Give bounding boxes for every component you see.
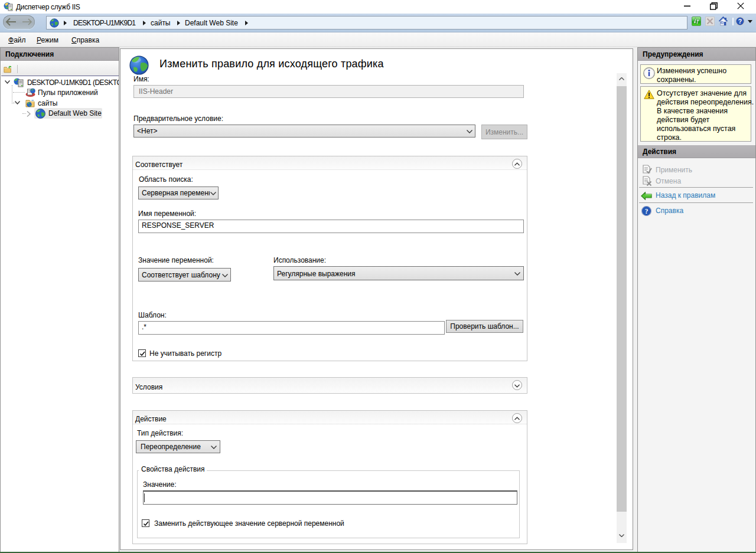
svg-text:?: ?	[645, 208, 649, 215]
svg-text:?: ?	[738, 18, 742, 25]
